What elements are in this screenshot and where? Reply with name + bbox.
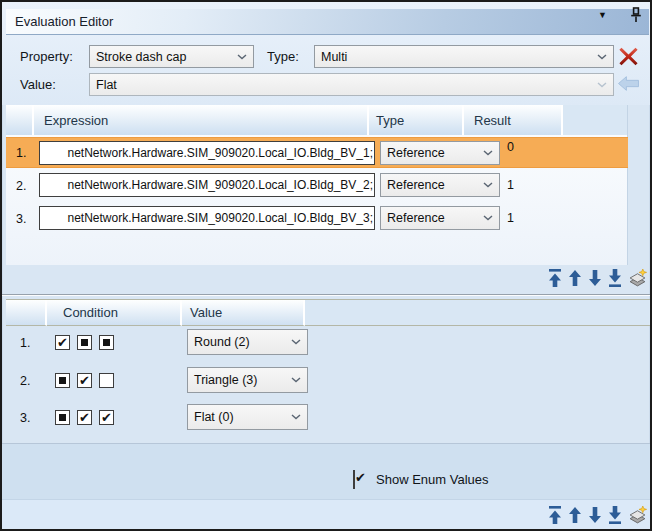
property-dropdown-value: Stroke dash cap xyxy=(96,50,186,64)
type-dropdown-value: Multi xyxy=(321,50,347,64)
footer-band xyxy=(2,443,652,499)
row-number: 2. xyxy=(16,179,26,193)
type-dropdown[interactable]: Multi xyxy=(314,45,614,68)
move-up-icon[interactable] xyxy=(568,506,582,524)
chevron-down-icon xyxy=(291,377,301,383)
chevron-down-icon xyxy=(291,339,301,345)
row-header-corner xyxy=(6,300,47,326)
expression-input[interactable]: netNetwork.Hardware.SIM_909020.Local_IO.… xyxy=(39,206,375,230)
condition-row-1[interactable]: 1. Round (2) xyxy=(6,327,650,358)
layers-icon[interactable] xyxy=(628,506,647,525)
condition-value: Flat (0) xyxy=(194,410,234,424)
chevron-down-icon xyxy=(597,54,607,60)
column-header-condition[interactable]: Condition xyxy=(47,300,182,326)
condition-grid-header: Condition Value xyxy=(6,299,650,325)
chevron-down-icon-disabled xyxy=(597,82,607,88)
condition-checkbox-2[interactable] xyxy=(77,373,92,388)
back-arrow-icon xyxy=(618,76,639,91)
expression-row-3[interactable]: 3. netNetwork.Hardware.SIM_909020.Local_… xyxy=(6,203,628,234)
expression-text: netNetwork.Hardware.SIM_909020.Local_IO.… xyxy=(67,211,373,225)
panel-title: Evaluation Editor xyxy=(6,14,113,29)
condition-checkbox-1[interactable] xyxy=(55,335,70,350)
chevron-down-icon xyxy=(483,182,493,188)
column-header-filler xyxy=(305,300,650,326)
chevron-down-icon xyxy=(483,150,493,156)
section-divider xyxy=(2,294,652,296)
result-value: 1 xyxy=(507,178,514,192)
property-dropdown[interactable]: Stroke dash cap xyxy=(89,45,254,68)
expression-type-value: Reference xyxy=(387,211,445,225)
expression-type-dropdown[interactable]: Reference xyxy=(380,141,500,165)
column-header-result[interactable]: Result xyxy=(464,105,563,135)
expression-row-1[interactable]: 1. netNetwork.Hardware.SIM_909020.Local_… xyxy=(6,137,628,168)
row-number: 3. xyxy=(16,212,26,226)
move-bottom-icon[interactable] xyxy=(608,269,622,287)
move-top-icon[interactable] xyxy=(548,506,562,524)
column-header-expression[interactable]: Expression xyxy=(34,105,369,135)
condition-checkbox-3[interactable] xyxy=(99,410,114,425)
condition-value: Triangle (3) xyxy=(194,373,257,387)
condition-checkboxes xyxy=(55,410,114,425)
move-top-icon[interactable] xyxy=(548,269,562,287)
expression-type-dropdown[interactable]: Reference xyxy=(380,206,500,230)
condition-checkbox-2[interactable] xyxy=(77,410,92,425)
chevron-down-icon xyxy=(483,215,493,221)
row-number: 3. xyxy=(20,411,30,425)
chevron-down-icon xyxy=(237,54,247,60)
condition-value: Round (2) xyxy=(194,335,250,349)
row-number: 1. xyxy=(20,336,30,350)
result-value: 1 xyxy=(507,211,514,225)
value-dropdown-value: Flat xyxy=(96,78,117,92)
expression-grid-header: Expression Type Result xyxy=(6,105,627,135)
value-dropdown[interactable]: Flat xyxy=(89,73,614,96)
delete-icon[interactable] xyxy=(618,46,639,67)
window-menu-arrow-icon[interactable]: ▼ xyxy=(598,10,607,20)
condition-checkbox-3[interactable] xyxy=(99,335,114,350)
move-bottom-icon[interactable] xyxy=(608,506,622,524)
move-down-icon[interactable] xyxy=(588,269,602,287)
expression-toolbar xyxy=(548,266,647,290)
condition-checkbox-1[interactable] xyxy=(55,410,70,425)
row-number: 2. xyxy=(20,374,30,388)
expression-type-value: Reference xyxy=(387,178,445,192)
show-enum-values-checkbox[interactable] xyxy=(353,470,355,489)
row-header-corner xyxy=(6,105,34,135)
evaluation-editor-panel: Evaluation Editor ▼ Property: Stroke das… xyxy=(0,0,652,531)
column-header-type[interactable]: Type xyxy=(369,105,464,135)
condition-value-dropdown[interactable]: Round (2) xyxy=(187,329,308,355)
layers-icon[interactable] xyxy=(628,269,647,288)
column-header-filler xyxy=(563,105,627,135)
move-up-icon[interactable] xyxy=(568,269,582,287)
expression-type-dropdown[interactable]: Reference xyxy=(380,173,500,197)
show-enum-values-label: Show Enum Values xyxy=(376,472,489,487)
move-down-icon[interactable] xyxy=(588,506,602,524)
result-value: 0 xyxy=(507,140,514,154)
row-number: 1. xyxy=(16,146,26,160)
condition-row-2[interactable]: 2. Triangle (3) xyxy=(6,365,650,396)
expression-type-value: Reference xyxy=(387,146,445,160)
condition-toolbar xyxy=(548,503,647,527)
condition-value-dropdown[interactable]: Flat (0) xyxy=(187,404,308,430)
expression-row-2[interactable]: 2. netNetwork.Hardware.SIM_909020.Local_… xyxy=(6,170,628,201)
condition-checkbox-1[interactable] xyxy=(55,373,70,388)
expression-text: netNetwork.Hardware.SIM_909020.Local_IO.… xyxy=(67,178,373,192)
type-label: Type: xyxy=(267,49,299,65)
expression-text: netNetwork.Hardware.SIM_909020.Local_IO.… xyxy=(67,146,373,160)
property-label: Property: xyxy=(20,49,73,65)
condition-value-dropdown[interactable]: Triangle (3) xyxy=(187,367,308,393)
condition-checkbox-3[interactable] xyxy=(99,373,114,388)
expression-grid: Expression Type Result 1. netNetwork.Har… xyxy=(6,105,628,265)
title-bar: Evaluation Editor xyxy=(6,9,649,35)
value-label: Value: xyxy=(20,77,56,93)
expression-input[interactable]: netNetwork.Hardware.SIM_909020.Local_IO.… xyxy=(39,141,375,165)
pin-icon[interactable] xyxy=(630,7,642,23)
expression-input[interactable]: netNetwork.Hardware.SIM_909020.Local_IO.… xyxy=(39,173,375,197)
chevron-down-icon xyxy=(291,414,301,420)
condition-checkboxes xyxy=(55,373,114,388)
condition-checkboxes xyxy=(55,335,114,350)
column-header-value[interactable]: Value xyxy=(182,300,305,326)
condition-checkbox-2[interactable] xyxy=(77,335,92,350)
condition-row-3[interactable]: 3. Flat (0) xyxy=(6,402,650,433)
